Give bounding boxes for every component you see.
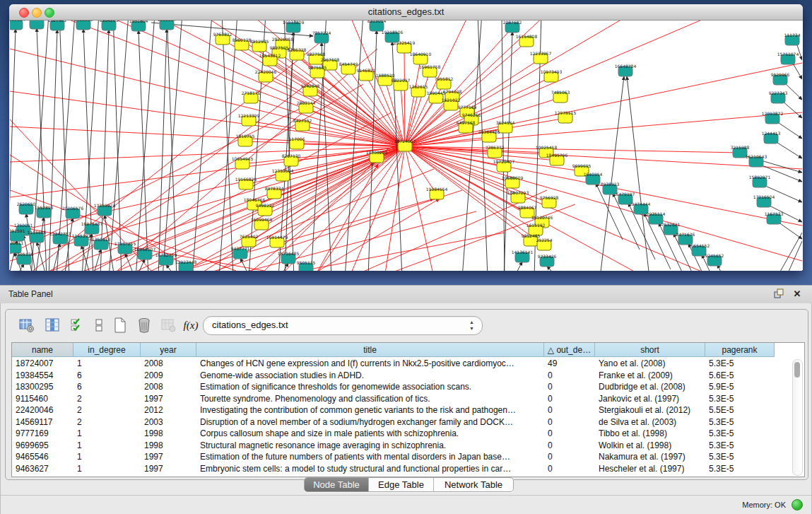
table-cell: 5.3E-5 <box>705 451 775 463</box>
function-builder-button[interactable]: f(x) <box>181 315 201 335</box>
table-row[interactable]: 946554611997Estimation of the future num… <box>12 451 804 463</box>
graph-node-label: 7632621 <box>661 222 681 227</box>
table-row[interactable]: 969969511998Structural magnetic resonanc… <box>12 440 804 452</box>
graph-node-label: 16210643 <box>746 154 767 159</box>
graph-node-label: 8471676 <box>676 232 695 237</box>
table-cell: 5.9E-5 <box>705 381 775 393</box>
graph-node-label: 8454749 <box>339 62 358 66</box>
select-columns-button[interactable] <box>68 315 88 335</box>
graph-node-label: 15716485 <box>278 251 300 256</box>
table-toolbar: f(x) citations_edges.txt ▲▼ <box>6 314 808 339</box>
black-edge <box>192 21 212 271</box>
window-titlebar[interactable]: citations_edges.txt <box>9 4 803 21</box>
graph-node-label: 16975487 <box>81 221 103 226</box>
graph-node-label: 2718176 <box>242 90 261 95</box>
table-row[interactable]: 1830029562008Estimation of significance … <box>12 381 804 393</box>
float-panel-icon[interactable] <box>772 288 785 300</box>
memory-ok-indicator <box>792 499 803 510</box>
table-cell: Yano et al. (2008) <box>595 358 705 370</box>
column-header-in_degree[interactable]: in_degree <box>73 343 141 357</box>
table-row[interactable]: 1938455462009Genome-wide association stu… <box>12 370 804 382</box>
graph-node-label: 6497568 <box>457 120 476 125</box>
graph-node-label: 14136141 <box>512 250 534 255</box>
graph-node-label: 19384554 <box>426 187 448 192</box>
table-body[interactable]: 1872400712008Changes of HCN gene express… <box>12 358 804 474</box>
table-row[interactable]: 911546021997Tourette syndrome. Phenomeno… <box>12 393 804 405</box>
table-vertical-scrollbar[interactable] <box>792 359 803 476</box>
table-cell: 5.6E-5 <box>705 370 775 382</box>
black-edge <box>777 122 802 139</box>
table-column-button[interactable] <box>42 315 62 335</box>
network-canvas[interactable]: 1872400797638228960128891293528226058982… <box>10 21 802 271</box>
table-cell: 9463627 <box>12 463 73 475</box>
scrollbar-thumb[interactable] <box>794 362 800 378</box>
graph-node-label: 111734 <box>784 33 801 37</box>
black-edge <box>125 253 135 271</box>
graph-node-label: 18300295 <box>366 150 388 155</box>
graph-node-label: 8964203 <box>100 21 119 23</box>
graph-node-label: 9474444 <box>632 201 651 206</box>
graph-node-label: 1810755 <box>236 134 255 139</box>
table-tabbar: Node Table Edge Table Network Table <box>304 477 514 492</box>
tab-node-table[interactable]: Node Table <box>305 478 369 491</box>
graph-node-label: 2967608 <box>321 57 340 62</box>
table-cell: de Silva et al. (2003) <box>595 416 705 428</box>
table-row[interactable]: 2242004622012Investigating the contribut… <box>12 404 804 416</box>
table-settings-button[interactable] <box>17 315 37 335</box>
table-cell: 6 <box>73 370 141 382</box>
column-header-title[interactable]: title <box>196 343 544 357</box>
new-document-button[interactable] <box>110 315 130 335</box>
graph-node-label: 9827505 <box>270 45 289 50</box>
network-view-window[interactable]: citations_edges.txt 18724007976382289601… <box>9 4 803 270</box>
graph-node-label: 117006 <box>289 136 305 141</box>
black-edge <box>136 21 155 271</box>
rows-button[interactable] <box>89 315 109 335</box>
black-edge <box>109 21 129 271</box>
memory-status-label: Memory: OK <box>742 501 786 509</box>
table-panel-titlebar[interactable]: Table Panel ✕ <box>0 285 812 304</box>
table-cell: 9115460 <box>12 393 73 405</box>
application-desktop: citations_edges.txt 18724007976382289601… <box>0 0 812 285</box>
table-row[interactable]: 1456911722003Disruption of a novel membe… <box>12 416 804 428</box>
table-selector-combobox[interactable]: citations_edges.txt ▲▼ <box>203 316 483 335</box>
graph-node-label: 8186328 <box>288 47 307 52</box>
graph-node-label: 10973493 <box>541 69 563 74</box>
column-header-year[interactable]: year <box>141 343 196 357</box>
table-cell: 1 <box>73 428 141 440</box>
close-panel-icon[interactable]: ✕ <box>791 288 804 300</box>
table-panel-content: f(x) citations_edges.txt ▲▼ namein_degre… <box>5 309 808 480</box>
table-cell: 18300295 <box>12 381 73 393</box>
table-cell: 1997 <box>141 393 196 405</box>
graph-node-label: 17359924 <box>94 203 116 208</box>
table-cell: 1 <box>73 451 141 463</box>
table-header-row[interactable]: namein_degreeyeartitle△ out_de…shortpage… <box>12 343 804 358</box>
graph-node-label: 9827508 <box>307 52 326 57</box>
table-cell: Stergiakouli et al. (2012) <box>595 404 705 416</box>
column-header-name[interactable]: name <box>12 343 73 357</box>
table-row[interactable]: 1872400712008Changes of HCN gene express… <box>12 358 804 370</box>
graph-node-label: 1930811 <box>10 240 24 245</box>
delete-table-button[interactable] <box>134 315 154 335</box>
graph-node-label: 1350513 <box>92 237 111 242</box>
node-table[interactable]: namein_degreeyeartitle△ out_de…shortpage… <box>11 342 805 477</box>
graph-node-label: 12093872 <box>762 111 784 116</box>
graph-node[interactable] <box>30 21 44 29</box>
table-cell: 5.3E-5 <box>705 416 775 428</box>
graph-node-label: 1350051 <box>14 223 33 228</box>
table-row[interactable]: 977716911998Corpus callosum shape and si… <box>12 428 804 440</box>
graph-node-label: 6822057 <box>392 78 411 83</box>
column-header-pagerank[interactable]: pagerank <box>705 343 775 357</box>
table-row[interactable]: 946362711997Embryonic stem cells: a mode… <box>12 463 804 475</box>
table-cell: 0 <box>544 416 595 428</box>
column-header-out_de[interactable]: △ out_de… <box>544 343 595 357</box>
tab-edge-table[interactable]: Edge Table <box>369 478 434 491</box>
black-edge <box>280 263 288 271</box>
table-cell: Nakamura et al. (1997) <box>595 451 705 463</box>
combobox-stepper-icon: ▲▼ <box>469 319 474 332</box>
column-header-short[interactable]: short <box>595 343 705 357</box>
table-cell: 9465546 <box>12 451 73 463</box>
table-cell: Tibbo et al. (1998) <box>595 428 705 440</box>
table-cell: 18724007 <box>12 358 73 370</box>
graph-node-label: 16914479 <box>266 235 288 240</box>
tab-network-table[interactable]: Network Table <box>434 478 513 491</box>
